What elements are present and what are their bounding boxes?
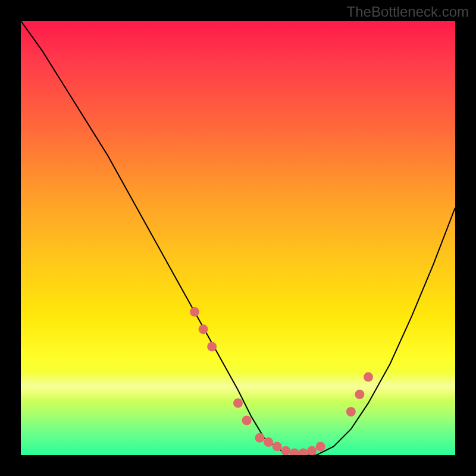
highlight-dot bbox=[242, 416, 252, 425]
highlight-dot bbox=[307, 446, 317, 455]
highlight-dot bbox=[264, 437, 273, 447]
highlight-dot bbox=[355, 390, 364, 399]
highlight-dot bbox=[316, 441, 325, 451]
curve-svg bbox=[21, 21, 455, 455]
highlight-dot bbox=[199, 324, 208, 334]
highlight-dots-group bbox=[190, 307, 373, 455]
highlight-dot bbox=[281, 446, 290, 455]
highlight-dot bbox=[233, 398, 243, 408]
highlight-dot bbox=[346, 407, 356, 416]
highlight-dot bbox=[255, 433, 265, 443]
highlight-dot bbox=[290, 448, 299, 455]
plot-area bbox=[21, 21, 455, 455]
highlight-dot bbox=[273, 441, 282, 451]
chart-container: TheBottleneck.com bbox=[0, 0, 476, 476]
highlight-dot bbox=[207, 342, 217, 352]
watermark-text: TheBottleneck.com bbox=[347, 4, 469, 20]
highlight-dot bbox=[190, 307, 199, 317]
bottleneck-curve-line bbox=[21, 21, 455, 455]
highlight-dot bbox=[364, 372, 373, 382]
highlight-dot bbox=[299, 448, 308, 455]
